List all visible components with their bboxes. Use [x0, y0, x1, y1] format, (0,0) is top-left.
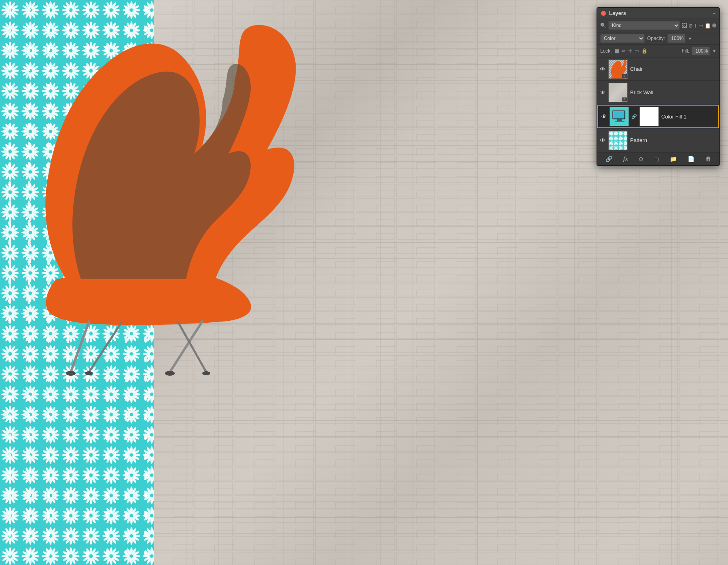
lock-row: Lock: ▦ ✏ ✛ ▭ 🔒 Fill: ▼ [597, 45, 720, 57]
layer-mask-color-fill [639, 107, 659, 126]
svg-rect-29 [617, 119, 622, 121]
svg-point-21 [165, 371, 175, 376]
titlebar-left: Layers [601, 10, 626, 16]
visibility-eye-color-fill[interactable]: 👁 [601, 113, 607, 120]
visibility-eye-brick[interactable]: 👁 [599, 89, 606, 96]
opacity-arrow[interactable]: ▼ [688, 36, 692, 41]
filter-icons: 🖼 ⊘ T ▭ 📋 [682, 23, 716, 29]
lock-transparent-icon[interactable]: ▦ [614, 48, 620, 54]
link-button[interactable]: 🔗 [604, 155, 614, 163]
layer-name-color-fill: Color Fill 1 [661, 114, 716, 120]
filter-row: 🔍 Kind 🖼 ⊘ T ▭ 📋 [597, 19, 720, 32]
panel-title: Layers [609, 10, 626, 16]
layer-name-chair: Chair [630, 66, 717, 72]
lock-label: Lock: [600, 48, 612, 54]
layer-name-pattern: Pattern [630, 137, 717, 143]
svg-rect-30 [615, 121, 624, 122]
visibility-eye-chair[interactable]: 👁 [599, 66, 606, 72]
svg-point-22 [85, 371, 93, 375]
lock-artboard-icon[interactable]: ▭ [634, 48, 639, 54]
filter-toggle[interactable] [712, 23, 716, 28]
layer-thumbnail-chair: ⊘ [608, 59, 628, 79]
group-button[interactable]: 📁 [668, 155, 678, 163]
mask-button[interactable]: ◻ [653, 155, 661, 163]
blend-mode-select[interactable]: Color [600, 34, 645, 43]
blend-row: Color Opacity: ▼ [597, 32, 720, 45]
filter-adjust-icon[interactable]: ⊘ [688, 23, 693, 29]
svg-line-19 [178, 322, 206, 372]
svg-point-20 [66, 371, 76, 376]
lock-all-icon[interactable]: 🔒 [641, 48, 648, 54]
layer-item-color-fill[interactable]: 👁 🔗 Color Fill 1 [597, 105, 719, 128]
layer-badge-chair: ⊘ [622, 74, 627, 78]
fill-arrow[interactable]: ▼ [712, 49, 716, 53]
search-icon: 🔍 [600, 23, 606, 28]
svg-rect-40 [609, 131, 628, 150]
delete-layer-button[interactable]: 🗑 [704, 155, 713, 163]
fx-button[interactable]: fx [622, 155, 630, 163]
layers-list: 👁 ⊘ Chair 👁 ⊘ Brick Wall 👁 [597, 57, 720, 152]
filter-smart-icon[interactable]: 📋 [705, 23, 711, 29]
svg-point-23 [202, 371, 210, 375]
fill-input[interactable] [692, 47, 710, 55]
chair-image [8, 20, 311, 384]
layer-badge-brick: ⊘ [622, 97, 627, 102]
opacity-label: Opacity: [647, 36, 665, 41]
lock-icons: ▦ ✏ ✛ ▭ 🔒 [614, 48, 648, 54]
layer-item-brick-wall[interactable]: 👁 ⊘ Brick Wall [597, 81, 720, 104]
collapse-button[interactable]: « [713, 11, 715, 16]
close-button[interactable] [601, 11, 606, 16]
layer-name-brick: Brick Wall [630, 89, 717, 95]
layer-thumbnail-color-fill [609, 107, 629, 126]
layer-thumbnail-brick: ⊘ [608, 83, 628, 102]
filter-text-icon[interactable]: T [694, 23, 697, 29]
visibility-eye-pattern[interactable]: 👁 [599, 137, 606, 144]
layers-toolbar: 🔗 fx ⊙ ◻ 📁 📄 🗑 [597, 152, 720, 165]
chain-icon-color-fill: 🔗 [631, 114, 637, 119]
filter-image-icon[interactable]: 🖼 [682, 23, 687, 29]
svg-line-16 [71, 322, 89, 372]
svg-line-18 [89, 323, 121, 372]
fill-adjust-button[interactable]: ⊙ [637, 155, 645, 163]
opacity-input[interactable] [667, 34, 686, 43]
panel-titlebar: Layers « [597, 8, 720, 19]
kind-filter[interactable]: Kind [608, 21, 680, 30]
layers-panel: Layers « 🔍 Kind 🖼 ⊘ T ▭ 📋 Color Opacity:… [597, 7, 720, 166]
filter-shape-icon[interactable]: ▭ [698, 23, 703, 29]
svg-line-17 [170, 322, 202, 372]
layer-item-chair[interactable]: 👁 ⊘ Chair [597, 57, 720, 81]
lock-paint-icon[interactable]: ✏ [621, 48, 626, 54]
layer-item-pattern[interactable]: 👁 [597, 129, 720, 152]
lock-move-icon[interactable]: ✛ [628, 48, 633, 54]
new-layer-button[interactable]: 📄 [686, 155, 696, 163]
layer-thumbnail-pattern [608, 131, 628, 150]
svg-rect-28 [613, 111, 624, 119]
fill-label: Fill: [681, 48, 689, 54]
